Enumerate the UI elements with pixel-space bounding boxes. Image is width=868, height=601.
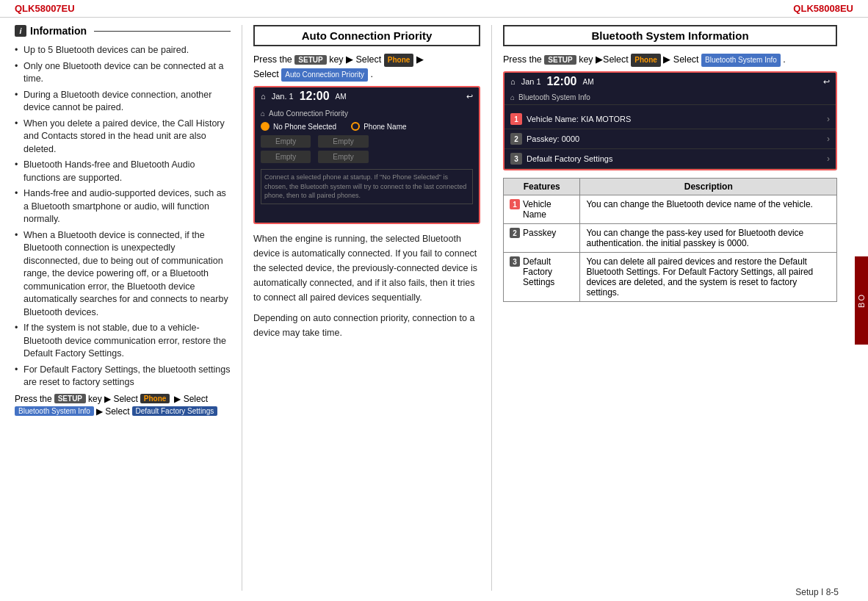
info-divider — [94, 31, 231, 32]
table-col-description: Description — [580, 179, 837, 195]
radio-circle-filled — [261, 122, 270, 131]
screen-home-icon2: ⌂ — [261, 109, 265, 118]
empty-cell-1: Empty — [261, 135, 311, 148]
radio-row: No Phone Selected Phone Name — [261, 122, 473, 131]
info-title-label: Information — [30, 25, 87, 37]
bt-menu-item-1: 1 Vehicle Name: KIA MOTORS › — [504, 109, 836, 129]
table-row-3: 3 Default Factory Settings You can delet… — [504, 253, 837, 302]
left-setup-badge: SETUP — [54, 394, 86, 403]
bt-num-2: 2 — [510, 133, 522, 145]
bt-chevron-1: › — [827, 114, 830, 124]
feature-name-2: Passkey — [523, 228, 556, 238]
bt-menu-title: Bluetooth System Info — [518, 93, 590, 101]
bullet-item-3: During a Bluetooth device connection, an… — [15, 87, 231, 116]
right-press-text: Press the — [503, 54, 542, 65]
info-bullet-list: Up to 5 Bluetooth devices can be paired.… — [15, 43, 231, 391]
middle-auto-badge: Auto Connection Priority — [281, 68, 368, 82]
screen-time-am: AM — [336, 93, 347, 101]
right-setup-badge: SETUP — [544, 55, 576, 65]
bt-time-am: AM — [583, 78, 594, 86]
header-bar: QLK58007EU QLK58008EU — [0, 0, 868, 18]
bt-home-icon2: ⌂ — [510, 93, 515, 101]
bt-chevron-3: › — [827, 154, 830, 164]
middle-select-text: Select — [253, 69, 279, 79]
radio-phone-name-label: Phone Name — [364, 123, 406, 131]
feat-num-3: 3 — [510, 256, 520, 267]
bt-item-2-label: Passkey: 0000 — [527, 134, 579, 143]
screen-sub-header: ⌂ Auto Connection Priority — [261, 109, 473, 118]
bullet-item-6: Hands-free and audio-supported devices, … — [15, 186, 231, 228]
right-phone-badge: Phone — [631, 54, 661, 67]
header-left-code: QLK58007EU — [15, 3, 75, 14]
bt-screen-header-left: ⌂ Jan 1 12:00 AM — [510, 75, 594, 88]
table-cell-desc-2: You can change the pass-key used for Blu… — [580, 224, 837, 253]
left-phone-badge: Phone — [140, 394, 170, 403]
table-row-1: 1 Vehicle Name You can change the Blueto… — [504, 195, 837, 224]
table-cell-desc-1: You can change the Bluetooth device name… — [580, 195, 837, 224]
feature-name-1: Vehicle Name — [523, 199, 574, 220]
bt-item-3-label: Default Factory Settings — [527, 154, 612, 163]
table-cell-feature-1: 1 Vehicle Name — [504, 195, 580, 224]
bt-screen-body: ⌂ Bluetooth System Info 1 Vehicle Name: … — [504, 90, 836, 169]
bullet-item-2: Only one Bluetooth device can be connect… — [15, 59, 231, 87]
empty-cell-2: Empty — [318, 135, 368, 148]
middle-phone-badge: Phone — [384, 54, 414, 67]
screen-time: 12:00 — [300, 90, 330, 103]
empty-cell-3: Empty — [261, 151, 311, 163]
features-table: Features Description 1 Vehicle Name You … — [503, 178, 837, 302]
bullet-item-8: If the system is not stable, due to a ve… — [15, 320, 231, 362]
table-cell-feature-3: 3 Default Factory Settings — [504, 253, 580, 302]
right-key-text: key ▶Select — [579, 54, 629, 65]
page-footer: Setup I 8-5 — [795, 587, 839, 597]
sidebar-tab: BO — [855, 256, 868, 345]
empty-row-2: Empty Empty — [261, 151, 473, 163]
bullet-item-4: When you delete a paired device, the Cal… — [15, 116, 231, 158]
table-row-2: 2 Passkey You can change the pass-key us… — [504, 224, 837, 253]
middle-desc1: When the engine is running, the selected… — [253, 231, 480, 305]
feature-name-3: Default Factory Settings — [523, 256, 574, 287]
right-select-text: Select — [673, 54, 699, 65]
info-title: i Information — [15, 25, 231, 37]
middle-desc2: Depending on auto connection priority, c… — [253, 311, 480, 340]
middle-arrow: ▶ — [416, 54, 424, 65]
radio-no-phone-label: No Phone Selected — [273, 123, 336, 131]
bullet-item-5: Bluetooth Hands-free and Bluetooth Audio… — [15, 157, 231, 186]
bullet-item-9: For Default Factory Settings, the blueto… — [15, 362, 231, 391]
screen-note: Connect a selected phone at startup. If … — [261, 169, 473, 204]
middle-column: Auto Connection Priority Press the SETUP… — [242, 25, 492, 591]
bt-time: 12:00 — [547, 75, 577, 88]
screen-menu-title: Auto Connection Priority — [269, 109, 348, 118]
screen-header-left: ⌂ Jan. 1 12:00 AM — [261, 90, 347, 103]
right-press-line: Press the SETUP key ▶Select Phone ▶ Sele… — [503, 52, 837, 67]
sidebar-tab-label: BO — [857, 293, 866, 308]
bt-chevron-2: › — [827, 134, 830, 144]
radio-phone-name: Phone Name — [351, 122, 406, 131]
main-content: i Information Up to 5 Bluetooth devices … — [0, 18, 868, 598]
middle-press-text: Press the — [253, 54, 292, 65]
bt-screen-header: ⌂ Jan 1 12:00 AM ↩ — [504, 73, 836, 90]
bluetooth-screen: ⌂ Jan 1 12:00 AM ↩ ⌂ Bluetooth System In… — [503, 71, 837, 170]
radio-circle-empty — [351, 122, 360, 131]
bullet-item-1: Up to 5 Bluetooth devices can be paired. — [15, 43, 231, 59]
screen-body: ⌂ Auto Connection Priority No Phone Sele… — [255, 105, 479, 223]
right-column: Bluetooth System Information Press the S… — [492, 25, 837, 591]
bt-sub-header: ⌂ Bluetooth System Info — [504, 90, 836, 105]
bt-home-icon: ⌂ — [510, 77, 516, 86]
screen-date: Jan. 1 — [272, 92, 294, 101]
empty-cell-4: Empty — [318, 151, 368, 163]
bt-item-1-label: Vehicle Name: KIA MOTORS — [527, 115, 631, 123]
bt-date: Jan 1 — [521, 77, 541, 86]
empty-row-1: Empty Empty — [261, 135, 473, 148]
table-cell-feature-2: 2 Passkey — [504, 224, 580, 253]
middle-section-title: Auto Connection Priority — [253, 25, 480, 46]
table-col-features: Features — [504, 179, 580, 195]
feat-num-2: 2 — [510, 228, 520, 238]
radio-no-phone: No Phone Selected — [261, 122, 336, 131]
bt-num-3: 3 — [510, 153, 522, 165]
left-key-text: key ▶ Select — [88, 394, 138, 404]
num-cell-3: 3 Default Factory Settings — [510, 256, 574, 287]
middle-press-line: Press the SETUP key ▶ Select Phone ▶ Sel… — [253, 52, 480, 82]
left-column: i Information Up to 5 Bluetooth devices … — [15, 25, 242, 591]
header-right-code: QLK58008EU — [793, 3, 853, 14]
num-cell-1: 1 Vehicle Name — [510, 199, 574, 220]
